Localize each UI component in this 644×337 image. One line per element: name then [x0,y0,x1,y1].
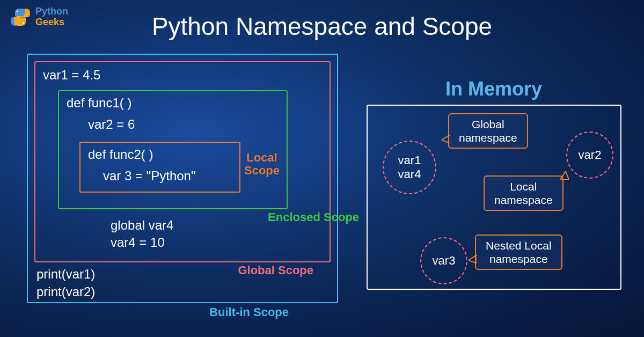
code-func2: def func2( ) [88,147,153,162]
page-title: Python Namespace and Scope [0,12,644,41]
code-var2: var2 = 6 [88,117,135,132]
ns-global-l1: Global [459,118,517,131]
ns-nested-l1: Nested Local [486,239,552,252]
nested-local-namespace-label: Nested Local namespace [475,235,562,270]
code-var4: var4 = 10 [111,235,165,250]
code-func1: def func1( ) [67,96,131,111]
memory-title: In Memory [445,78,542,100]
code-print2: print(var2) [36,284,95,299]
global-scope-label: Global Scope [238,263,313,277]
enclosed-scope-box: Enclosed Scope def func1( ) var2 = 6 Loc… [58,90,288,209]
ns-global-l2: namespace [459,131,517,144]
code-print1: print(var1) [36,267,95,282]
code-global-var4: global var4 [111,218,173,233]
global-scope-box: Global Scope var1 = 4.5 global var4 var4… [34,61,331,262]
local-namespace-label: Local namespace [484,175,564,211]
local-scope-label: Local Scope [244,151,280,177]
local-label-line1: Local [244,151,280,164]
enclosed-scope-label: Enclosed Scope [268,210,359,224]
memory-circle-var3: var3 [420,237,467,284]
memory-circle-var2: var2 [566,131,613,179]
builtin-scope-box: Built-in Scope print(var1) print(var2) G… [27,54,338,303]
memory-circle-global-vars: var1 var4 [383,141,436,194]
ns-nested-l2: namespace [486,252,552,266]
circle2-text: var2 [579,148,602,162]
local-label-line2: Scope [244,164,280,177]
circle1-var4: var4 [398,167,421,181]
local-scope-box: Local Scope def func2( ) var 3 = "Python… [79,142,240,193]
builtin-scope-label: Built-in Scope [209,305,289,319]
memory-box: var1 var4 var2 var3 Global namespace Loc… [367,105,621,290]
circle1-var1: var1 [398,153,421,167]
ns-local-l2: namespace [494,193,553,207]
global-namespace-label: Global namespace [448,113,528,149]
code-var3: var 3 = "Python" [103,169,195,184]
code-var1: var1 = 4.5 [43,68,100,83]
ns-local-l1: Local [494,180,553,193]
circle3-text: var3 [433,254,456,268]
